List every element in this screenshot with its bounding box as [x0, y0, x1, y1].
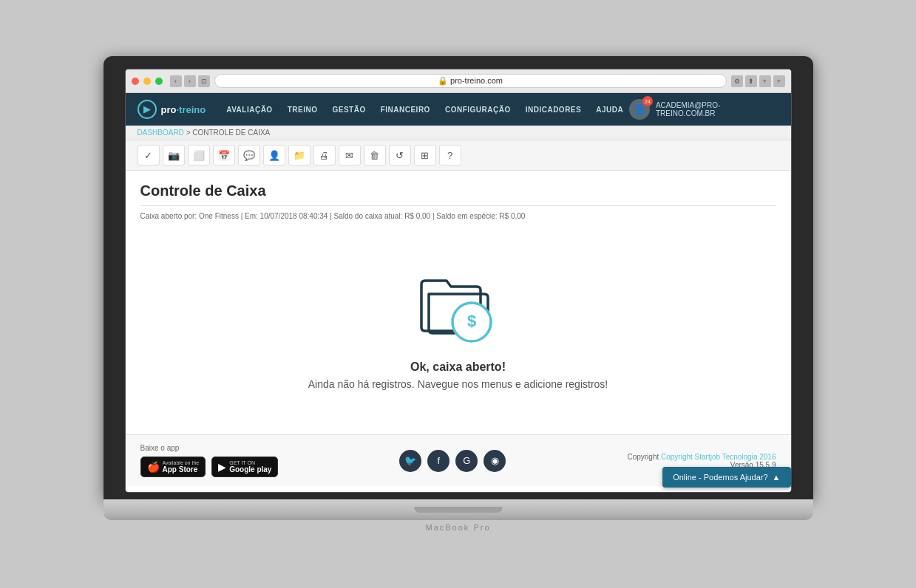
nav-ajuda[interactable]: AJUDA	[590, 93, 629, 126]
toolbar-folder-btn[interactable]: 📁	[288, 145, 311, 165]
app-store-small: Available on the	[163, 460, 200, 465]
browser-window: ‹ › ⊡ 🔒 pro-treino.com ⚙ ⬆ + +	[126, 69, 791, 492]
browser-forward-btn[interactable]: ›	[184, 75, 196, 87]
toolbar-delete-btn[interactable]: 🗑	[364, 145, 386, 165]
copyright-text: Copyright Copyright Startjob Tecnologia …	[627, 453, 776, 461]
browser-back-btn[interactable]: ‹	[170, 75, 182, 87]
toolbar-calendar-btn[interactable]: 📅	[213, 145, 235, 165]
status-bar: Caixa aberto por: One Fitness | Em: 10/0…	[140, 212, 776, 220]
nav-treino[interactable]: TREINO	[282, 93, 324, 126]
browser-maximize-btn[interactable]	[155, 78, 163, 85]
browser-close-btn[interactable]	[132, 78, 139, 85]
toolbar-email-btn[interactable]: ✉	[339, 145, 361, 165]
nav-avaliacao[interactable]: AVALIAÇÃO	[220, 93, 278, 126]
laptop-base	[104, 513, 813, 520]
social-icons: 🐦 f G ◉	[399, 450, 506, 472]
toolbar-window-btn[interactable]: ⬜	[188, 145, 210, 165]
empty-state: $ Ok, caixa aberto! Ainda não há registr…	[140, 235, 776, 420]
toolbar-help-btn[interactable]: ?	[439, 145, 461, 165]
breadcrumb-home[interactable]: DASHBOARD	[138, 129, 184, 137]
nav-indicadores[interactable]: INDICADORES	[520, 93, 588, 126]
nav-configuracao[interactable]: CONFIGURAÇÃO	[439, 93, 517, 126]
toolbar-refresh-btn[interactable]: ↺	[389, 145, 411, 165]
chat-button[interactable]: Online - Podemos Ajudar? ▲	[662, 467, 790, 488]
nav-financeiro[interactable]: FINANCEIRO	[375, 93, 436, 126]
nav-items: AVALIAÇÃO TREINO GESTÃO FINANCEIRO CONFI…	[220, 93, 629, 126]
top-nav: ▶ pro·treino AVALIAÇÃO TREINO GESTÃO FIN…	[126, 93, 791, 126]
browser-settings-btn[interactable]: ⚙	[731, 75, 743, 87]
toolbar-camera-btn[interactable]: 📷	[163, 145, 185, 165]
svg-text:$: $	[467, 312, 475, 330]
toolbar-user-btn[interactable]: 👤	[263, 145, 285, 165]
notification-badge: 24	[642, 96, 653, 106]
browser-new-tab-btn[interactable]: +	[773, 75, 785, 87]
copyright-link[interactable]: Copyright Startjob Tecnologia 2016	[661, 453, 776, 461]
logo-area: ▶ pro·treino	[138, 100, 206, 119]
address-bar[interactable]: 🔒 pro-treino.com	[214, 74, 727, 88]
logo-text: pro·treino	[161, 104, 206, 115]
logo-icon: ▶	[138, 100, 157, 119]
google-plus-icon[interactable]: G	[455, 450, 478, 472]
breadcrumb: DASHBOARD > CONTROLE DE CAIXA	[126, 126, 791, 140]
facebook-icon[interactable]: f	[427, 450, 449, 472]
google-play-text: GET IT ON Google play	[229, 460, 271, 474]
twitter-icon[interactable]: 🐦	[399, 450, 421, 472]
toolbar-print-btn[interactable]: 🖨	[313, 145, 336, 165]
google-play-small: GET IT ON	[229, 460, 271, 465]
browser-bookmark-btn[interactable]: +	[759, 75, 771, 87]
toolbar: ✓ 📷 ⬜ 📅 💬 👤 📁 🖨 ✉ 🗑 ↺ ⊞ ?	[126, 140, 791, 171]
app-store-text: Available on the App Store	[163, 460, 200, 474]
browser-share-btn[interactable]: ⬆	[745, 75, 757, 87]
google-play-badge[interactable]: ▶ GET IT ON Google play	[211, 457, 278, 477]
laptop-bottom	[104, 499, 813, 513]
address-bar-url: pro-treino.com	[450, 76, 503, 85]
macbook-label: MacBook Pro	[104, 523, 813, 532]
laptop-notch	[414, 507, 503, 513]
browser-chrome: ‹ › ⊡ 🔒 pro-treino.com ⚙ ⬆ + +	[126, 69, 791, 93]
google-play-name: Google play	[229, 465, 271, 474]
user-email: ACADEMIA@PRO-TREINO.COM.BR	[656, 101, 779, 117]
store-badges: 🍎 Available on the App Store ▶ GET IT ON	[140, 457, 279, 477]
apple-icon: 🍎	[147, 461, 160, 473]
baixe-label: Baixe o app	[140, 444, 279, 452]
toolbar-chat-btn[interactable]: 💬	[238, 145, 260, 165]
app-wrapper: ▶ pro·treino AVALIAÇÃO TREINO GESTÃO FIN…	[126, 93, 791, 492]
cash-folder-icon: $	[414, 264, 503, 346]
toolbar-check-btn[interactable]: ✓	[138, 145, 160, 165]
browser-minimize-btn[interactable]	[143, 78, 151, 85]
rss-icon[interactable]: ◉	[484, 450, 506, 472]
address-bar-lock: 🔒	[438, 76, 450, 85]
toolbar-grid-btn[interactable]: ⊞	[414, 145, 436, 165]
browser-tab-btn[interactable]: ⊡	[198, 75, 210, 87]
footer-left: Baixe o app 🍎 Available on the App Store	[140, 444, 279, 477]
breadcrumb-current: CONTROLE DE CAIXA	[192, 129, 270, 137]
chat-chevron-icon: ▲	[773, 473, 781, 482]
app-store-name: App Store	[163, 465, 200, 474]
page-title: Controle de Caixa	[140, 182, 776, 206]
app-store-badge[interactable]: 🍎 Available on the App Store	[140, 457, 206, 477]
chat-label: Online - Podemos Ajudar?	[673, 473, 767, 482]
empty-state-subtitle: Ainda não há registros. Navegue nos menu…	[308, 378, 608, 390]
user-area: 👤 24 ACADEMIA@PRO-TREINO.COM.BR	[629, 99, 778, 120]
breadcrumb-separator: >	[186, 129, 193, 137]
nav-gestao[interactable]: GESTÃO	[326, 93, 371, 126]
play-icon: ▶	[218, 461, 226, 473]
main-content: Controle de Caixa Caixa aberto por: One …	[126, 171, 791, 434]
empty-state-title: Ok, caixa aberto!	[410, 360, 506, 374]
avatar: 👤 24	[629, 99, 650, 120]
